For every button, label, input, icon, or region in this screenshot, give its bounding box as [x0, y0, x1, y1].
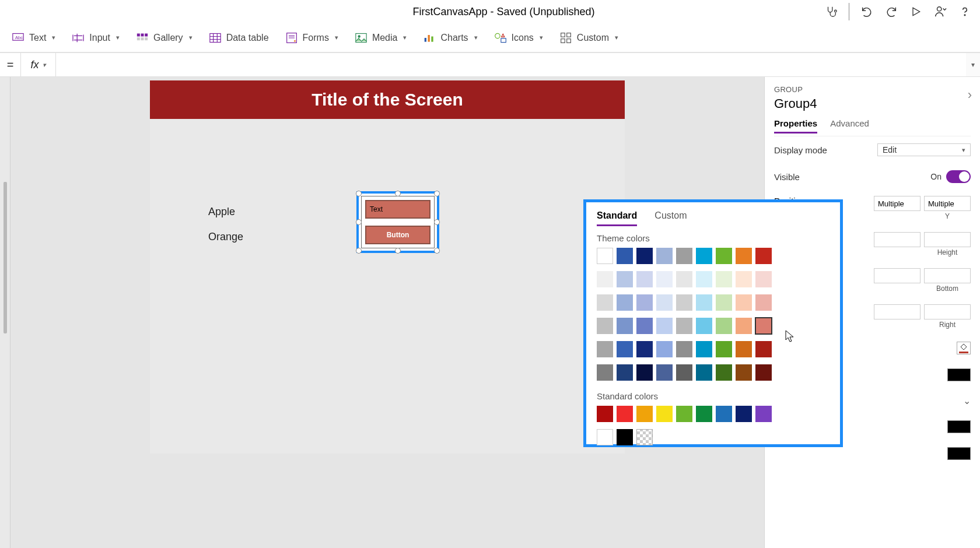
person-icon[interactable]	[933, 5, 947, 19]
color-swatch[interactable]	[676, 271, 692, 287]
color-swatch[interactable]	[755, 271, 772, 287]
ribbon-input[interactable]: Input▾	[72, 31, 120, 44]
color-swatch[interactable]	[947, 368, 971, 381]
color-swatch[interactable]	[736, 406, 752, 422]
color-swatch[interactable]	[736, 294, 752, 311]
color-swatch[interactable]	[696, 294, 712, 311]
color-swatch[interactable]	[716, 294, 732, 311]
resize-handle[interactable]	[434, 248, 440, 254]
color-swatch[interactable]	[597, 406, 613, 422]
size-width-field[interactable]	[874, 232, 921, 247]
ribbon-custom[interactable]: Custom▾	[559, 31, 618, 44]
color-swatch[interactable]	[636, 364, 653, 381]
color-swatch[interactable]	[755, 248, 772, 264]
visible-toggle[interactable]	[946, 170, 971, 183]
color-swatch[interactable]	[656, 406, 673, 422]
color-swatch[interactable]	[736, 248, 752, 264]
color-swatch[interactable]	[597, 341, 613, 357]
resize-handle[interactable]	[434, 219, 440, 225]
color-swatch[interactable]	[617, 271, 633, 287]
color-swatch[interactable]	[636, 294, 653, 311]
color-swatch[interactable]	[716, 406, 732, 422]
color-swatch[interactable]	[617, 406, 633, 422]
color-swatch[interactable]	[716, 271, 732, 287]
color-swatch[interactable]	[656, 341, 673, 357]
color-swatch[interactable]	[755, 364, 772, 381]
position-x-field[interactable]: Multiple	[874, 196, 921, 211]
ribbon-text[interactable]: Abc Text▾	[12, 31, 55, 44]
color-swatch[interactable]	[947, 447, 971, 460]
size-height-field[interactable]	[924, 232, 971, 247]
color-swatch[interactable]	[597, 248, 613, 264]
color-swatch[interactable]	[696, 406, 712, 422]
panel-expand-icon[interactable]: ›	[968, 87, 972, 103]
display-mode-dropdown[interactable]: Edit▾	[877, 143, 971, 156]
color-swatch[interactable]	[597, 364, 613, 381]
redo-icon[interactable]	[884, 5, 898, 19]
color-swatch[interactable]	[755, 341, 772, 357]
color-swatch[interactable]	[617, 248, 633, 264]
color-swatch[interactable]	[676, 406, 692, 422]
color-swatch[interactable]	[716, 318, 732, 334]
color-swatch[interactable]	[676, 364, 692, 381]
color-swatch[interactable]	[617, 429, 633, 445]
color-swatch[interactable]	[696, 248, 712, 264]
group-button[interactable]: Button	[365, 226, 430, 244]
formula-expand-icon[interactable]: ▾	[966, 61, 980, 69]
color-swatch[interactable]	[676, 318, 692, 334]
color-swatch[interactable]	[676, 248, 692, 264]
color-swatch[interactable]	[755, 318, 772, 334]
resize-handle[interactable]	[356, 219, 362, 225]
ribbon-icons[interactable]: Icons▾	[494, 31, 543, 44]
color-swatch[interactable]	[755, 294, 772, 311]
color-swatch[interactable]	[636, 406, 653, 422]
color-swatch[interactable]	[656, 364, 673, 381]
color-swatch[interactable]	[755, 406, 772, 422]
color-swatch[interactable]	[716, 248, 732, 264]
color-swatch[interactable]	[636, 341, 653, 357]
color-swatch[interactable]	[736, 364, 752, 381]
padding-top-field[interactable]	[874, 268, 921, 283]
color-swatch[interactable]	[636, 318, 653, 334]
color-swatch[interactable]	[597, 429, 613, 445]
color-tab-custom[interactable]: Custom	[654, 210, 687, 226]
padding-bottom-field[interactable]	[924, 268, 971, 283]
undo-icon[interactable]	[860, 5, 874, 19]
group-text-input[interactable]: Text	[365, 200, 430, 219]
color-swatch[interactable]	[656, 294, 673, 311]
color-swatch[interactable]	[636, 248, 653, 264]
ribbon-forms[interactable]: Forms▾	[285, 31, 338, 44]
resize-handle[interactable]	[356, 248, 362, 254]
color-swatch[interactable]	[676, 294, 692, 311]
color-swatch[interactable]	[617, 341, 633, 357]
color-swatch[interactable]	[696, 318, 712, 334]
color-swatch[interactable]	[696, 364, 712, 381]
padding-left-field[interactable]	[874, 304, 921, 319]
color-swatch[interactable]	[617, 294, 633, 311]
color-swatch[interactable]	[636, 271, 653, 287]
left-collapsed-panel[interactable]	[0, 77, 10, 548]
help-icon[interactable]	[958, 5, 972, 19]
fill-color-button[interactable]	[957, 342, 971, 354]
color-swatch[interactable]	[716, 341, 732, 357]
color-tab-standard[interactable]: Standard	[597, 210, 637, 226]
color-swatch[interactable]	[676, 341, 692, 357]
selected-group[interactable]: Text Button	[356, 191, 439, 253]
ribbon-gallery[interactable]: Gallery▾	[136, 31, 192, 44]
fx-dropdown[interactable]: fx▾	[21, 53, 56, 76]
resize-handle[interactable]	[395, 248, 401, 254]
position-y-field[interactable]: Multiple	[924, 196, 971, 211]
formula-input[interactable]	[56, 53, 966, 76]
color-swatch[interactable]	[736, 318, 752, 334]
resize-handle[interactable]	[356, 191, 362, 196]
color-swatch[interactable]	[716, 364, 732, 381]
color-swatch[interactable]	[696, 271, 712, 287]
resize-handle[interactable]	[434, 191, 440, 196]
color-swatch[interactable]	[656, 248, 673, 264]
resize-handle[interactable]	[395, 191, 401, 196]
expand-section-icon[interactable]: ⌄	[963, 395, 971, 406]
color-swatch[interactable]	[617, 318, 633, 334]
tab-advanced[interactable]: Advanced	[830, 118, 869, 134]
color-swatch[interactable]	[597, 318, 613, 334]
color-swatch[interactable]	[617, 364, 633, 381]
